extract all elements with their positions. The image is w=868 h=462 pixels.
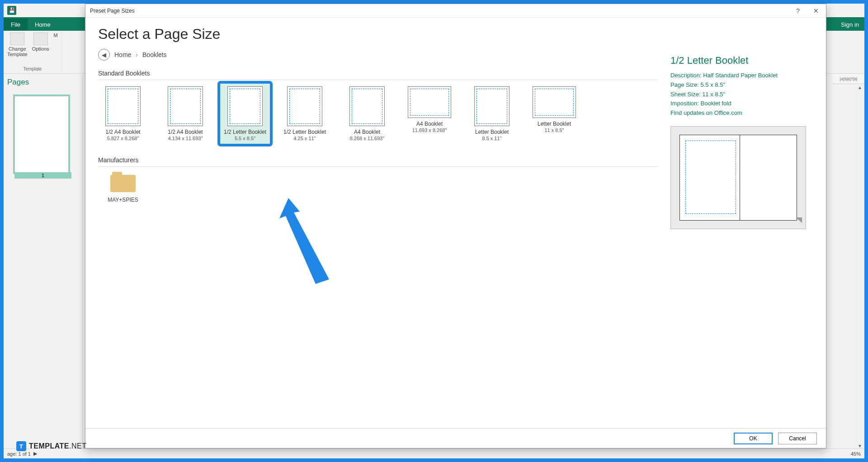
booklet-name: 1/2 Letter Booklet [224, 129, 266, 136]
sign-in-link[interactable]: Sign in [835, 19, 864, 31]
manufacturers-list: MAY+SPIES [98, 175, 658, 203]
booklet-option[interactable]: 1/2 Letter Booklet4.25 x 11" [280, 86, 330, 141]
dialog-main: Select a Page Size ◀ Home › Booklets Sta… [98, 26, 669, 428]
booklet-option[interactable]: 1/2 A4 Booklet5.827 x 8.268" [98, 86, 148, 141]
booklet-thumb-icon [227, 86, 263, 126]
booklet-option[interactable]: 1/2 A4 Booklet4.134 x 11.693" [160, 86, 210, 141]
tab-file[interactable]: File [4, 19, 28, 31]
ok-button[interactable]: OK [734, 433, 773, 444]
dialog-title-bar: Preset Page Sizes ? ✕ [85, 4, 826, 18]
dialog-footer: OK Cancel [85, 428, 826, 448]
booklet-thumb-icon [533, 86, 576, 118]
close-icon[interactable]: ✕ [811, 7, 821, 14]
booklet-thumb-icon [349, 86, 385, 126]
booklet-option[interactable]: 1/2 Letter Booklet5.5 x 8.5" [220, 84, 270, 144]
booklet-dimensions: 4.134 x 11.693" [168, 136, 203, 141]
page-size-preview [670, 126, 806, 229]
booklet-dimensions: 11 x 8.5" [544, 127, 564, 133]
watermark-badge-icon: T [16, 441, 26, 451]
dialog-detail-panel: 1/2 Letter Booklet Description: Half Sta… [669, 26, 813, 428]
detail-page-size: Page Size: 5.5 x 8.5" [670, 80, 813, 90]
dialog-heading: Select a Page Size [98, 26, 658, 42]
page-thumbnail-number: 1 [14, 172, 71, 179]
ribbon-more-button[interactable]: M [54, 33, 58, 57]
booklet-dimensions: 5.5 x 8.5" [235, 136, 255, 141]
booklets-list: 1/2 A4 Booklet5.827 x 8.268"1/2 A4 Bookl… [98, 86, 658, 141]
change-template-icon [10, 33, 24, 45]
ribbon-more-label: M [54, 33, 58, 38]
booklet-dimensions: 8.268 x 11.693" [350, 136, 385, 141]
find-updates-link[interactable]: Find updates on Office.com [670, 109, 742, 116]
booklet-option[interactable]: Letter Booklet8.5 x 11" [467, 86, 517, 141]
booklet-thumb-icon [474, 86, 509, 126]
breadcrumb-booklets[interactable]: Booklets [142, 51, 167, 58]
preset-page-sizes-dialog: Preset Page Sizes ? ✕ Select a Page Size… [85, 4, 826, 448]
ribbon-group-template: Change Template Options M Template [4, 31, 62, 73]
scroll-up-icon[interactable]: ▲ [858, 85, 862, 90]
watermark: T TEMPLATE.NET [16, 441, 86, 451]
page-thumbnail-1[interactable] [14, 96, 69, 173]
detail-title: 1/2 Letter Booklet [670, 55, 813, 66]
section-manufacturers: Manufacturers [98, 152, 658, 167]
ribbon-group-label-template: Template [7, 66, 58, 71]
breadcrumb-back-icon[interactable]: ◀ [98, 49, 110, 61]
horizontal-ruler: |4|5|6|7|8| [833, 74, 864, 84]
cancel-button[interactable]: Cancel [778, 433, 817, 444]
manufacturer-folder[interactable]: MAY+SPIES [98, 175, 148, 203]
help-icon[interactable]: ? [793, 7, 802, 14]
zoom-value: 45% [851, 451, 861, 457]
booklet-name: Letter Booklet [475, 129, 509, 136]
booklet-option[interactable]: A4 Booklet11.693 x 8.268" [405, 86, 454, 141]
booklet-thumb-icon [168, 86, 203, 126]
options-label: Options [32, 46, 49, 52]
publisher-window: 💾 File Home Sign in Change Template Opti… [4, 4, 864, 458]
booklet-name: 1/2 Letter Booklet [283, 129, 326, 136]
folder-icon [110, 175, 136, 192]
status-nav-icon[interactable]: ▶ [33, 451, 37, 457]
chevron-right-icon: › [136, 51, 138, 58]
booklet-thumb-icon [287, 86, 322, 126]
booklet-name: 1/2 A4 Booklet [168, 129, 203, 136]
detail-sheet-size: Sheet Size: 11 x 8.5" [670, 90, 813, 99]
tab-home[interactable]: Home [28, 19, 58, 31]
booklet-option[interactable]: A4 Booklet8.268 x 11.693" [342, 86, 392, 141]
booklet-name: 1/2 A4 Booklet [105, 129, 140, 136]
booklet-name: A4 Booklet [416, 121, 443, 127]
change-template-label: Change Template [7, 46, 28, 57]
vertical-scrollbar[interactable]: ▲▼ [855, 85, 864, 448]
booklet-name: Letter Booklet [538, 121, 571, 127]
section-standard-booklets: Standard Booklets [98, 65, 658, 80]
pages-panel-title: Pages [4, 75, 82, 90]
detail-imposition: Imposition: Booklet fold [670, 99, 813, 108]
quick-access-toolbar: 💾 [4, 6, 20, 15]
pages-panel: Pages 1 [4, 75, 83, 448]
change-template-button[interactable]: Change Template [7, 33, 28, 57]
status-bar: age: 1 of 1 ▶ 45% [4, 448, 864, 458]
breadcrumb-home[interactable]: Home [114, 51, 131, 58]
options-icon [33, 33, 48, 45]
booklet-name: A4 Booklet [354, 129, 380, 136]
booklet-thumb-icon [105, 86, 141, 126]
booklet-dimensions: 8.5 x 11" [482, 136, 501, 141]
breadcrumb: ◀ Home › Booklets [98, 49, 658, 61]
preview-booklet-icon [679, 135, 797, 221]
status-page-indicator: age: 1 of 1 [7, 451, 31, 457]
booklet-dimensions: 5.827 x 8.268" [107, 136, 139, 141]
dialog-title: Preset Page Sizes [90, 8, 135, 14]
booklet-option[interactable]: Letter Booklet11 x 8.5" [529, 86, 579, 141]
watermark-text: TEMPLATE.NET [29, 442, 86, 450]
save-icon[interactable]: 💾 [7, 6, 16, 15]
booklet-dimensions: 11.693 x 8.268" [412, 127, 447, 133]
scroll-down-icon[interactable]: ▼ [858, 443, 862, 448]
booklet-thumb-icon [408, 86, 451, 118]
manufacturer-name: MAY+SPIES [108, 197, 138, 203]
options-button[interactable]: Options [32, 33, 49, 57]
booklet-dimensions: 4.25 x 11" [293, 136, 316, 141]
detail-description: Description: Half Standard Paper Booklet [670, 71, 813, 80]
